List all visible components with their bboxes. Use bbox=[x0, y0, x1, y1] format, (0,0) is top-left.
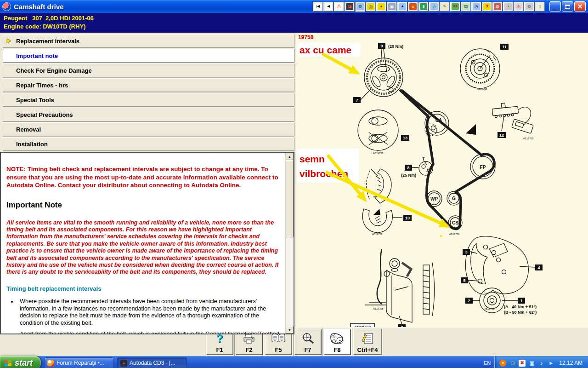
messenger-icon[interactable]: ☺ bbox=[509, 360, 516, 367]
scroll-up-button[interactable]: ▲ bbox=[286, 153, 294, 160]
menu-item-repair-times[interactable]: Repair Times - hrs bbox=[3, 78, 294, 92]
timing-data-icon[interactable]: 23 bbox=[450, 2, 460, 12]
mouse-settings-icon[interactable]: ● bbox=[376, 2, 386, 12]
window-title: Camshaft drive bbox=[14, 3, 63, 11]
repair-procedures-icon[interactable]: ⚙ bbox=[355, 2, 365, 12]
close-button[interactable]: ✕ bbox=[574, 1, 586, 12]
svg-text:1: 1 bbox=[520, 299, 522, 303]
crank-annotation-line1: semn bbox=[300, 154, 325, 164]
help-car-icon[interactable]: ? bbox=[482, 2, 492, 12]
vehicle-header: Peugeot 307 2,0D HDi 2001-06 Engine code… bbox=[0, 13, 588, 33]
svg-text:8: 8 bbox=[407, 166, 409, 170]
minimize-button[interactable]: _ bbox=[549, 1, 561, 12]
autodata-icon: ▲ bbox=[120, 360, 127, 367]
menu-item-removal[interactable]: Removal bbox=[3, 122, 294, 136]
crash-data-icon[interactable]: ▲ bbox=[408, 2, 418, 12]
bullet-item: Apart from the visible condition of the … bbox=[17, 331, 281, 334]
blocked-device-icon[interactable]: ✖ bbox=[519, 360, 526, 367]
restore-button[interactable] bbox=[562, 1, 573, 12]
nav-back-icon[interactable]: ◀ bbox=[323, 2, 334, 12]
online-note: NOTE: Timing belt check and replacement … bbox=[6, 165, 281, 190]
camshaft-annotation: ax cu came bbox=[300, 45, 351, 55]
search-button[interactable]: F7 bbox=[294, 329, 321, 355]
start-button[interactable]: start bbox=[0, 356, 41, 368]
menu-item-check-engine-damage[interactable]: Check For Engine Damage bbox=[3, 63, 294, 77]
svg-text:CS: CS bbox=[452, 220, 458, 225]
svg-text:CA: CA bbox=[435, 118, 442, 123]
bullet-list: Where possible the recommended intervals… bbox=[17, 298, 281, 334]
diagnostics-icon[interactable]: ✦ bbox=[397, 2, 407, 12]
language-indicator[interactable]: EN bbox=[480, 360, 494, 366]
svg-text:G: G bbox=[452, 196, 456, 201]
svg-text:5: 5 bbox=[463, 278, 465, 283]
article-subheading: Timing belt replacement intervals bbox=[6, 285, 281, 292]
svg-text:AB19758: AB19758 bbox=[372, 233, 383, 236]
svg-text:12: 12 bbox=[499, 133, 504, 138]
svg-text:7: 7 bbox=[356, 98, 358, 103]
equipment-icon[interactable]: ▤ bbox=[461, 2, 471, 12]
article-scrollbar[interactable]: ▲ ▼ bbox=[285, 153, 294, 334]
nav-first-icon[interactable]: |◀ bbox=[313, 2, 323, 12]
important-note-paragraph: All service items are vital to the smoot… bbox=[6, 219, 281, 276]
warning-icon[interactable]: ⚠ bbox=[334, 2, 344, 12]
svg-text:2: 2 bbox=[468, 299, 470, 303]
notes-icon bbox=[361, 330, 374, 346]
scrollbar-thumb[interactable] bbox=[286, 160, 294, 237]
svg-text:11: 11 bbox=[502, 45, 507, 49]
spark-plug-icon[interactable]: ✎ bbox=[440, 2, 450, 12]
annotation-arrow-cam bbox=[322, 54, 358, 73]
user-annotations: ax cu came semn vilbrochen bbox=[297, 43, 448, 237]
brake-test-icon[interactable]: ◪ bbox=[345, 2, 355, 12]
svg-text:(20 Nm): (20 Nm) bbox=[388, 44, 403, 49]
scroll-down-button[interactable]: ▼ bbox=[286, 326, 294, 334]
taskbar: start Forum Reparaţii •... ▲ Autodata CD… bbox=[0, 356, 588, 368]
menu-item-special-precautions[interactable]: Special Precautions bbox=[3, 108, 294, 121]
titlebar-toolbar: |◀ ◀ ⚠ ◪ ⚙ ◎ ● ◉ ✦ ▲ ▮ ⌂ ✎ 23 ▤ ◷ ? ◍ ◔ … bbox=[313, 2, 545, 12]
diagram-panel: 9 7 13 11 12 8 10 6 3 4 5 2 1 CA bbox=[296, 33, 588, 327]
gauge-tool-icon[interactable]: ◷ bbox=[471, 2, 481, 12]
menu-item-replacement-intervals[interactable]: Replacement intervals bbox=[3, 34, 294, 48]
timing-belt-diagram: 9 7 13 11 12 8 10 6 3 4 5 2 1 CA bbox=[296, 33, 588, 327]
hazard-icon[interactable]: ⚠ bbox=[514, 2, 524, 12]
task-autodata-cd3[interactable]: ▲ Autodata CD3 - [... bbox=[117, 357, 187, 368]
dial-icon[interactable]: ◔ bbox=[503, 2, 513, 12]
menu-item-important-note[interactable]: Important note bbox=[3, 49, 294, 63]
article-content: NOTE: Timing belt check and replacement … bbox=[1, 153, 285, 334]
tyre-icon[interactable]: ◉ bbox=[387, 2, 397, 12]
volume-icon[interactable]: ♪ bbox=[538, 360, 545, 367]
clock: 12:12 AM bbox=[559, 360, 582, 366]
socket-icon[interactable]: ▯ bbox=[535, 2, 545, 12]
garage-icon[interactable]: ⌂ bbox=[429, 2, 439, 12]
orange-app-icon[interactable]: ● bbox=[499, 360, 506, 367]
restore-icon bbox=[565, 5, 570, 9]
task-forum-reparatii[interactable]: Forum Reparaţii •... bbox=[44, 357, 114, 368]
pulley-letters: CA FP WP G CS T (20 Nm) (25 Nm) (A - 40 … bbox=[388, 44, 537, 315]
svg-text:6: 6 bbox=[401, 325, 403, 327]
svg-text:AB19758: AB19758 bbox=[477, 87, 487, 90]
minimize-icon: _ bbox=[554, 4, 557, 9]
timing-belt-button[interactable]: F8 bbox=[324, 329, 351, 355]
timing-belt-icon bbox=[329, 330, 345, 346]
wheel-globe-icon[interactable]: ◎ bbox=[366, 2, 376, 12]
menu-item-installation[interactable]: Installation bbox=[3, 137, 294, 151]
lift-icon[interactable]: ▮ bbox=[418, 2, 429, 12]
abs-gauge-icon[interactable]: ◍ bbox=[492, 2, 503, 12]
svg-text:10: 10 bbox=[405, 216, 410, 220]
svg-text:(B - 50 Nm + 62°): (B - 50 Nm + 62°) bbox=[504, 310, 537, 315]
svg-text:4: 4 bbox=[537, 265, 540, 270]
network-icon[interactable]: ▣ bbox=[528, 360, 535, 367]
timing-belt bbox=[401, 91, 494, 229]
window-controls: _ ✕ bbox=[549, 1, 586, 12]
svg-text:(A - 40 Nm + 51°): (A - 40 Nm + 51°) bbox=[504, 305, 537, 309]
notes-button[interactable]: Ctrl+F4 bbox=[353, 329, 382, 355]
menu-item-special-tools[interactable]: Special Tools bbox=[3, 93, 294, 107]
svg-text:FP: FP bbox=[480, 165, 486, 170]
article-panel: NOTE: Timing belt check and replacement … bbox=[0, 152, 294, 334]
left-column: Replacement intervals Important note Che… bbox=[0, 33, 294, 327]
svg-text:9: 9 bbox=[380, 44, 383, 48]
main-area: Replacement intervals Important note Che… bbox=[0, 33, 588, 327]
windows-flag-icon bbox=[4, 360, 12, 367]
svg-text:AB19758: AB19758 bbox=[449, 233, 460, 236]
pointing-device-icon[interactable]: ► bbox=[548, 360, 554, 367]
pumps-icon[interactable]: ⚙ bbox=[524, 2, 534, 12]
